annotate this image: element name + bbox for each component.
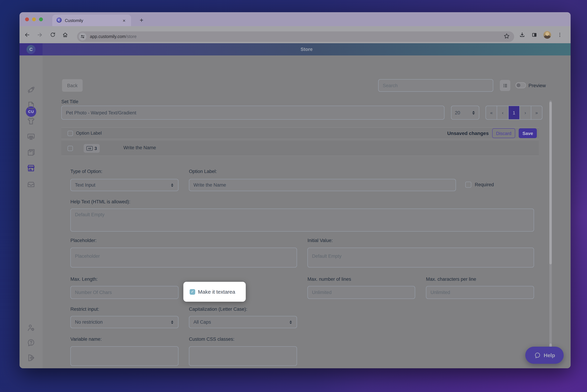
url-bar[interactable]: app.customily.com/store bbox=[77, 32, 514, 42]
tab-title: Customily bbox=[65, 15, 83, 26]
design-monitor-icon[interactable] bbox=[26, 132, 35, 141]
window-zoom-button[interactable] bbox=[39, 18, 43, 21]
bookmark-star-icon[interactable] bbox=[503, 33, 510, 40]
custom-css-input[interactable] bbox=[189, 346, 297, 366]
type-of-option-label: Type of Option: bbox=[70, 169, 102, 174]
help-text-textarea[interactable] bbox=[70, 208, 534, 232]
page-first-button[interactable]: « bbox=[486, 106, 497, 119]
pages-icon[interactable] bbox=[26, 148, 35, 157]
desktop: C Customily × + app bbox=[0, 0, 587, 392]
set-title-label: Set Title bbox=[61, 99, 78, 104]
toggle-knob bbox=[517, 83, 521, 87]
select-all-checkbox[interactable] bbox=[68, 131, 73, 136]
restrict-input-value: No restriction bbox=[75, 320, 103, 325]
restrict-input-label: Restrict input: bbox=[70, 306, 99, 312]
variable-name-input[interactable] bbox=[70, 346, 178, 366]
preview-toggle[interactable] bbox=[516, 82, 526, 88]
new-tab-button[interactable]: + bbox=[137, 15, 146, 26]
max-chars-label: Max. characters per line bbox=[426, 276, 476, 282]
save-button[interactable]: Save bbox=[519, 128, 537, 138]
placeholder-label: Placeholder: bbox=[70, 238, 96, 243]
type-of-option-select[interactable]: Text Input bbox=[70, 179, 178, 191]
page-size-select[interactable]: 20 bbox=[451, 106, 479, 120]
max-length-label: Max. Length: bbox=[70, 276, 98, 282]
pagination: « ‹ 1 › » bbox=[486, 106, 542, 120]
forward-icon[interactable] bbox=[35, 26, 44, 43]
store-icon[interactable] bbox=[26, 164, 35, 173]
file-icon[interactable] bbox=[26, 101, 35, 110]
option-label-input[interactable] bbox=[189, 179, 456, 191]
page-current[interactable]: 1 bbox=[509, 106, 520, 119]
help-button[interactable]: Help bbox=[525, 347, 564, 364]
home-icon[interactable] bbox=[61, 26, 69, 43]
download-icon[interactable] bbox=[518, 26, 526, 43]
sidebar: CU bbox=[19, 56, 42, 368]
option-type-badge: AB 3 bbox=[84, 144, 100, 153]
initial-value-input[interactable] bbox=[307, 248, 534, 268]
text-input-type-icon: AB bbox=[86, 146, 93, 151]
logout-icon[interactable] bbox=[26, 353, 35, 362]
option-list-header: Option Label Unsaved changes Discard Sav… bbox=[61, 127, 539, 139]
make-textarea-checkbox[interactable]: ✓ bbox=[190, 289, 195, 294]
browser-window: C Customily × + app bbox=[19, 12, 571, 368]
help-bubble-icon[interactable] bbox=[26, 338, 35, 347]
site-settings-icon[interactable] bbox=[79, 33, 86, 40]
inbox-icon[interactable] bbox=[26, 180, 35, 189]
list-view-button[interactable] bbox=[500, 80, 510, 91]
type-of-option-value: Text Input bbox=[75, 182, 95, 188]
checkmark-icon: ✓ bbox=[191, 290, 194, 294]
max-lines-input[interactable] bbox=[307, 286, 415, 299]
option-row-checkbox[interactable] bbox=[68, 146, 73, 151]
help-text-label: Help Text (HTML is allowed): bbox=[70, 199, 130, 204]
max-lines-label: Max. number of lines bbox=[307, 276, 351, 282]
store-header-bar: Store bbox=[42, 43, 571, 56]
url-text: app.customily.com/store bbox=[90, 34, 137, 39]
scrollbar-thumb[interactable] bbox=[549, 102, 552, 264]
reload-icon[interactable] bbox=[48, 26, 57, 43]
placeholder-input[interactable] bbox=[70, 248, 297, 268]
variable-name-label: Variable name: bbox=[70, 336, 102, 342]
restrict-input-select[interactable]: No restriction bbox=[70, 316, 178, 328]
max-chars-input[interactable] bbox=[426, 286, 534, 299]
tab-strip: C Customily × + bbox=[19, 12, 571, 26]
account-settings-icon[interactable] bbox=[26, 323, 35, 332]
browser-tab[interactable]: C Customily × bbox=[52, 15, 131, 26]
customily-logo[interactable]: C bbox=[19, 43, 42, 56]
help-button-label: Help bbox=[544, 352, 555, 358]
option-row-label: Write the Name bbox=[123, 145, 156, 150]
page-prev-button[interactable]: ‹ bbox=[497, 106, 509, 119]
main-content: Home|Products|Option Sets|Settings Back … bbox=[42, 56, 571, 368]
back-icon[interactable] bbox=[23, 26, 31, 43]
page-last-button[interactable]: » bbox=[531, 106, 542, 119]
option-label-column-header: Option Label bbox=[76, 130, 102, 136]
page-next-button[interactable]: › bbox=[520, 106, 531, 119]
discard-button[interactable]: Discard bbox=[492, 128, 515, 138]
rocket-icon[interactable] bbox=[26, 85, 35, 94]
option-count: 3 bbox=[94, 146, 97, 151]
option-label-field-label: Option Label: bbox=[189, 169, 217, 174]
tab-close-icon[interactable]: × bbox=[123, 15, 125, 26]
browser-toolbar: app.customily.com/store bbox=[19, 26, 571, 43]
max-length-input[interactable] bbox=[70, 286, 178, 299]
required-checkbox[interactable] bbox=[465, 182, 471, 188]
tshirt-icon[interactable] bbox=[26, 116, 35, 126]
back-button[interactable]: Back bbox=[62, 79, 83, 92]
capitalization-label: Capitalization (Letter Case): bbox=[189, 306, 247, 312]
search-input[interactable] bbox=[378, 79, 493, 92]
store-title: Store bbox=[300, 47, 313, 52]
page-size-value: 20 bbox=[455, 110, 460, 115]
option-row[interactable]: AB 3 Write the Name bbox=[61, 141, 539, 156]
side-panel-icon[interactable] bbox=[530, 26, 539, 43]
window-minimize-button[interactable] bbox=[32, 18, 36, 21]
profile-avatar[interactable] bbox=[543, 26, 552, 43]
set-title-input[interactable] bbox=[61, 106, 444, 120]
window-close-button[interactable] bbox=[25, 18, 29, 21]
preview-label: Preview bbox=[529, 83, 546, 88]
make-textarea-label: Make it textarea bbox=[198, 289, 235, 295]
chat-bubble-icon bbox=[535, 353, 540, 358]
browser-menu-icon[interactable] bbox=[556, 26, 564, 43]
custom-css-label: Custom CSS classes: bbox=[189, 336, 234, 342]
capitalization-select[interactable]: All Caps bbox=[189, 316, 297, 328]
capitalization-value: All Caps bbox=[193, 320, 211, 325]
required-label: Required bbox=[475, 182, 494, 187]
